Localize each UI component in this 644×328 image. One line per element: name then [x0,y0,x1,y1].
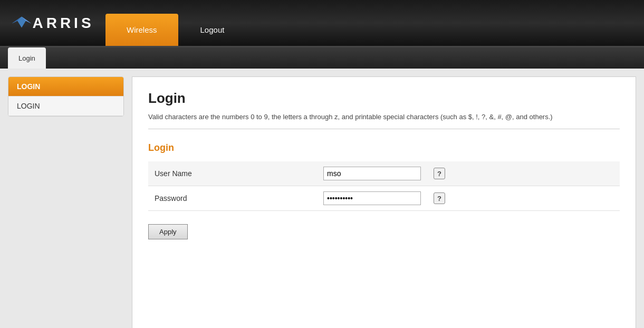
sub-header: Login [0,47,644,69]
svg-marker-0 [12,16,32,27]
main-content: LOGIN LOGIN Login Valid characters are t… [0,69,644,328]
logo-text: ARRIS [32,15,94,32]
apply-button[interactable]: Apply [148,224,188,239]
username-label: User Name [148,161,317,186]
sidebar: LOGIN LOGIN [8,76,124,328]
nav-tab-wireless[interactable]: Wireless [105,14,178,46]
username-input[interactable] [323,167,421,180]
password-help-button[interactable]: ? [434,192,445,204]
logo: ARRIS [0,0,105,46]
username-row: User Name ? [148,161,620,186]
password-input[interactable] [323,191,421,205]
username-help-button[interactable]: ? [434,168,445,179]
sidebar-item-login-active[interactable]: LOGIN [8,77,123,97]
content-panel: Login Valid characters are the numbers 0… [132,76,636,328]
sidebar-item-login[interactable]: LOGIN [8,97,123,116]
section-title: Login [148,142,620,153]
sidebar-menu: LOGIN LOGIN [8,76,124,117]
sub-tab-login[interactable]: Login [8,47,46,69]
page-title: Login [148,90,620,107]
password-label: Password [148,186,317,211]
password-row: Password ? [148,186,620,211]
nav-tabs: Wireless Logout [105,0,246,46]
page-description: Valid characters are the numbers 0 to 9,… [148,113,620,129]
login-form-table: User Name ? Password ? [148,161,620,211]
nav-tab-logout[interactable]: Logout [179,14,246,46]
